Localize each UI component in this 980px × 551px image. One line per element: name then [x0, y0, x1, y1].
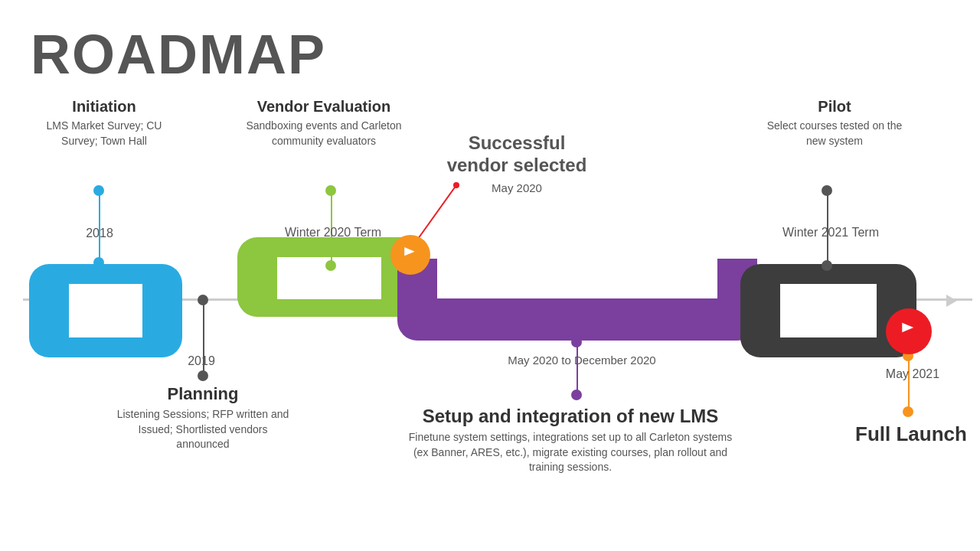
year-2019: 2019: [175, 354, 228, 368]
vendor-eval-dot-bottom: [325, 260, 336, 271]
vendor-eval-dot-top: [325, 185, 336, 196]
red-flag: [886, 308, 932, 354]
initiation-label: Initiation LMS Market Survey; CU Survey;…: [35, 98, 173, 148]
setup-label: Setup and integration of new LMS Finetun…: [406, 406, 735, 475]
pilot-label: Pilot Select courses tested on the new s…: [758, 98, 911, 148]
initiation-dot-bottom: [93, 257, 104, 268]
pilot-period: Winter 2021 Term: [773, 226, 888, 240]
setup-connector: [577, 340, 578, 393]
purple-bottom: [397, 298, 757, 341]
launch-year: May 2021: [878, 367, 947, 381]
setup-dot-top: [571, 337, 582, 347]
orange-flag: [390, 235, 430, 275]
pilot-dot-bottom: [822, 260, 832, 271]
vendor-eval-period: Winter 2020 Term: [276, 226, 390, 240]
setup-period: May 2020 to December 2020: [456, 354, 708, 367]
pilot-dot-top: [822, 185, 832, 196]
page-title: ROADMAP: [31, 23, 326, 86]
launch-dot-bottom: [903, 406, 913, 417]
setup-dot-bottom: [571, 390, 582, 400]
vendor-eval-label: Vendor Evaluation Sandboxing events and …: [236, 98, 412, 148]
planning-label: Planning Listening Sessions; RFP written…: [115, 384, 291, 452]
vendor-selected-label: Successful vendor selected May 2020: [440, 132, 593, 194]
planning-dot-bottom: [198, 370, 208, 381]
planning-dot-top: [198, 295, 208, 305]
launch-connector: [908, 354, 910, 411]
initiation-connector: [99, 188, 100, 261]
initiation-dot-top: [93, 185, 104, 196]
timeline-arrow: [946, 295, 957, 307]
launch-label: Full Launch: [846, 422, 976, 446]
